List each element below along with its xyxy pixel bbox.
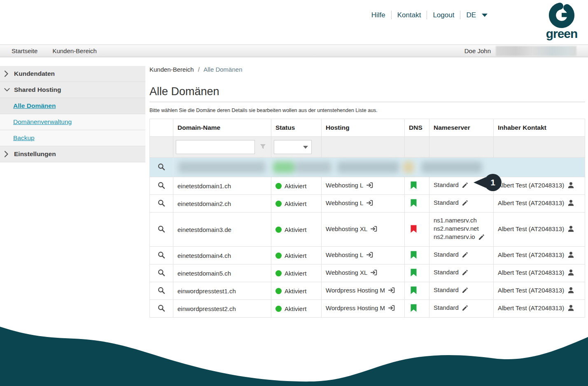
breadcrumb: Kunden-Bereich / Alle Domänen (149, 66, 585, 73)
hosting-label: Webhosting XL (326, 225, 367, 232)
contact-link[interactable]: Kontakt (392, 11, 427, 19)
person-icon[interactable] (567, 199, 575, 208)
sidebar-item-einstellungen[interactable]: Einstellungen (0, 146, 145, 162)
nameserver-values: Standard (434, 251, 459, 258)
sidebar-item-domaenenverwaltung[interactable]: Domänenverwaltung (0, 114, 145, 130)
status-filter-select[interactable] (274, 140, 312, 154)
row-detail-cell (150, 158, 173, 177)
login-icon[interactable] (366, 251, 374, 260)
bookmark-icon[interactable] (411, 269, 417, 278)
column-header-nameserver: Nameserver (429, 119, 494, 137)
table-row: einetestdomain3.de Aktiviert Webhosting … (150, 213, 585, 247)
status-label: Aktiviert (285, 288, 306, 295)
search-icon[interactable] (157, 269, 166, 277)
dns-cell (405, 264, 429, 282)
logout-link[interactable]: Logout (427, 11, 460, 19)
redaction-blobs (177, 161, 490, 173)
login-icon[interactable] (388, 286, 396, 295)
nav-item-startseite[interactable]: Startseite (12, 47, 37, 54)
table-row: einetestdomain1.ch Aktiviert Webhosting … (150, 177, 585, 195)
nameserver-cell: ns1.namesrv.chns2.namesrv.netns2.namesrv… (429, 213, 494, 247)
domain-filter-input[interactable] (176, 140, 255, 154)
language-selector[interactable]: DE (460, 11, 490, 19)
hosting-label: Wordpress Hosting M (326, 304, 385, 311)
person-icon[interactable] (567, 269, 575, 278)
dns-cell (405, 282, 429, 300)
pencil-icon[interactable] (462, 182, 469, 191)
help-link[interactable]: Hilfe (366, 11, 391, 19)
pencil-icon[interactable] (462, 251, 469, 260)
search-icon[interactable] (157, 199, 166, 207)
breadcrumb-separator: / (196, 66, 202, 73)
sidebar-item-kundendaten[interactable]: Kundendaten (0, 66, 145, 82)
sidebar-link-label[interactable]: Domänenverwaltung (13, 118, 72, 126)
bookmark-icon[interactable] (411, 286, 417, 296)
person-icon[interactable] (567, 286, 575, 295)
domain-name: einwordpresstest2.ch (177, 305, 236, 312)
nav-item-kunden-bereich[interactable]: Kunden-Bereich (52, 47, 97, 54)
bookmark-icon[interactable] (411, 225, 417, 234)
row-detail-cell (150, 177, 173, 195)
content-area: Kundendaten Shared Hosting Alle Domänen … (0, 66, 588, 318)
login-icon[interactable] (366, 199, 374, 208)
pencil-icon[interactable] (462, 269, 469, 278)
search-icon[interactable] (157, 251, 166, 259)
column-header-inhaber: Inhaber Kontakt (494, 119, 585, 137)
table-row: einwordpresstest1.ch Aktiviert Wordpress… (150, 282, 585, 300)
sidebar-item-shared-hosting[interactable]: Shared Hosting (0, 82, 145, 98)
row-detail-cell (150, 264, 173, 282)
user-name: Doe John (464, 47, 491, 54)
breadcrumb-parent[interactable]: Kunden-Bereich (149, 66, 194, 73)
sidebar-item-backup[interactable]: Backup (0, 130, 145, 146)
table-row: einetestdomain5.ch Aktiviert Webhosting … (150, 264, 585, 282)
domain-name: einetestdomain2.ch (177, 200, 231, 207)
status-dot (275, 253, 282, 259)
login-icon[interactable] (370, 225, 378, 234)
login-icon[interactable] (366, 181, 374, 190)
caret-down-icon (482, 14, 488, 17)
search-icon[interactable] (157, 225, 166, 233)
owner-cell: Albert Test (AT2048313) (494, 177, 585, 195)
nameserver-cell: Standard (429, 195, 494, 213)
row-detail-cell (150, 247, 173, 264)
person-icon[interactable] (567, 251, 575, 260)
owner-label: Albert Test (AT2048313) (498, 182, 564, 189)
domains-table: Domain-Name Status Hosting DNS Nameserve… (149, 119, 585, 318)
person-icon[interactable] (567, 225, 575, 234)
pencil-icon[interactable] (462, 304, 469, 313)
owner-cell: Albert Test (AT2048313) (494, 247, 585, 264)
domain-name: einetestdomain1.ch (177, 182, 231, 189)
pencil-icon[interactable] (478, 234, 485, 243)
search-icon[interactable] (157, 181, 166, 189)
logo-text: green (542, 27, 581, 41)
owner-label: Albert Test (AT2048313) (498, 287, 564, 294)
table-row: einetestdomain2.ch Aktiviert Webhosting … (150, 195, 585, 213)
column-header-domain: Domain-Name (173, 119, 271, 137)
search-icon[interactable] (157, 304, 166, 312)
status-cell: Aktiviert (271, 247, 322, 264)
status-label: Aktiviert (285, 305, 306, 312)
nameserver-values: Standard (434, 199, 459, 206)
sidebar-item-alle-domaenen[interactable]: Alle Domänen (0, 98, 145, 114)
bookmark-icon[interactable] (411, 304, 417, 313)
filter-icon[interactable] (260, 143, 266, 151)
bookmark-icon[interactable] (411, 181, 417, 191)
sidebar-item-label: Shared Hosting (13, 86, 61, 94)
domain-name: einetestdomain3.de (177, 226, 231, 233)
search-icon[interactable] (157, 163, 166, 171)
login-icon[interactable] (388, 304, 396, 313)
bookmark-icon[interactable] (411, 199, 417, 208)
person-icon[interactable] (567, 304, 575, 313)
person-icon[interactable] (567, 181, 575, 190)
dns-cell (405, 177, 429, 195)
pencil-icon[interactable] (462, 199, 469, 208)
language-label: DE (466, 11, 476, 19)
green-logo[interactable]: green (542, 2, 581, 41)
login-icon[interactable] (370, 269, 378, 278)
search-icon[interactable] (157, 286, 166, 295)
pencil-icon[interactable] (462, 287, 469, 296)
sidebar-link-label[interactable]: Backup (13, 134, 35, 142)
bookmark-icon[interactable] (411, 251, 417, 260)
sidebar-link-label[interactable]: Alle Domänen (13, 102, 56, 110)
status-cell: Aktiviert (271, 177, 322, 195)
